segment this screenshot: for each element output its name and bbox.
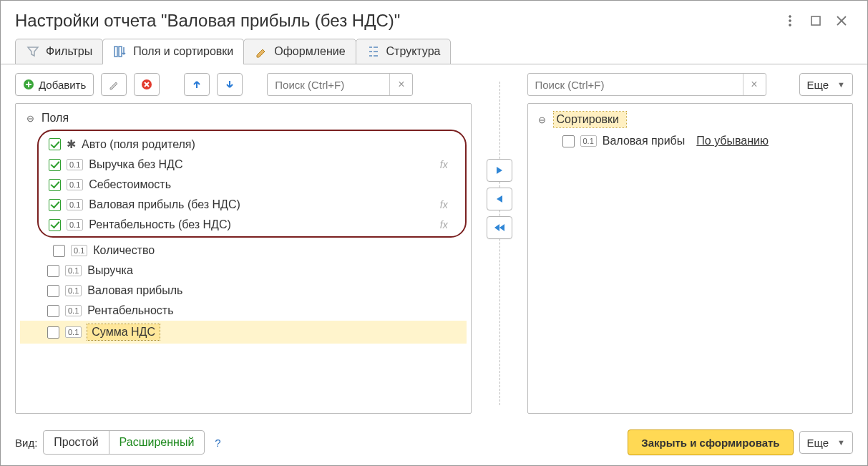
- sort-checkbox[interactable]: [562, 135, 575, 147]
- svg-point-0: [789, 16, 791, 18]
- arrow-left-icon: [493, 193, 506, 205]
- tab-label: Поля и сортировки: [133, 45, 233, 58]
- tab-filters[interactable]: Фильтры: [15, 39, 103, 64]
- view-mode-switch: Простой Расширенный: [43, 430, 205, 455]
- view-mode-simple[interactable]: Простой: [44, 431, 108, 454]
- field-label: Авто (поля родителя): [82, 138, 195, 151]
- footer-more-button[interactable]: Еще ▼: [799, 431, 853, 454]
- sort-root-label: Сортировки: [554, 112, 627, 127]
- right-search-clear[interactable]: ×: [743, 74, 766, 95]
- sort-row[interactable]: 0.1 Валовая прибы По убыванию: [532, 131, 849, 151]
- funnel-icon: [26, 44, 40, 59]
- field-row[interactable]: 0.1 Выручка без НДС fx: [44, 155, 459, 175]
- type-badge: 0.1: [65, 265, 82, 276]
- svg-rect-7: [119, 47, 122, 57]
- field-row[interactable]: 0.1 Рентабельность (без НДС) fx: [44, 215, 459, 235]
- field-row[interactable]: ✱ Авто (поля родителя): [44, 134, 459, 155]
- delete-icon: [141, 79, 152, 90]
- fields-tree: ⊖ Поля ✱ Авто (поля родителя) 0.1 Выручк…: [15, 103, 472, 414]
- field-checkbox[interactable]: [49, 159, 61, 171]
- view-mode-advanced[interactable]: Расширенный: [109, 431, 205, 454]
- type-badge: 0.1: [65, 285, 82, 296]
- move-up-button[interactable]: [184, 73, 210, 96]
- sort-root[interactable]: ⊖ Сортировки: [532, 108, 849, 131]
- move-left-button[interactable]: [487, 188, 512, 210]
- tab-label: Оформление: [274, 45, 345, 58]
- highlighted-group: ✱ Авто (поля родителя) 0.1 Выручка без Н…: [37, 130, 467, 238]
- window-title: Настройки отчета "Валовая прибыль (без Н…: [15, 11, 777, 31]
- type-badge: 0.1: [67, 219, 83, 230]
- help-icon[interactable]: ?: [215, 437, 220, 449]
- type-badge: 0.1: [67, 159, 83, 170]
- fx-icon[interactable]: fx: [440, 159, 455, 170]
- field-checkbox[interactable]: [49, 219, 61, 231]
- field-row[interactable]: 0.1 Валовая прибыль: [20, 281, 467, 301]
- right-more-button[interactable]: Еще ▼: [799, 73, 853, 96]
- move-down-button[interactable]: [217, 73, 243, 96]
- fields-root[interactable]: ⊖ Поля: [20, 108, 467, 128]
- fields-root-label: Поля: [42, 112, 69, 125]
- right-search: ×: [527, 73, 766, 96]
- window-maximize-icon[interactable]: [803, 9, 829, 32]
- field-label: Рентабельность: [87, 304, 173, 317]
- add-button-label: Добавить: [39, 79, 86, 91]
- fx-icon[interactable]: fx: [440, 219, 455, 230]
- field-checkbox[interactable]: [49, 179, 61, 191]
- window-more-icon[interactable]: [777, 9, 803, 32]
- field-checkbox[interactable]: [47, 285, 59, 297]
- left-search: ×: [267, 73, 413, 96]
- field-checkbox[interactable]: [49, 138, 61, 150]
- move-all-left-button[interactable]: [487, 216, 512, 239]
- field-row[interactable]: 0.1 Количество: [20, 241, 467, 261]
- field-row[interactable]: 0.1 Валовая прибыль (без НДС) fx: [44, 195, 459, 215]
- sort-direction-link[interactable]: По убыванию: [696, 135, 769, 147]
- delete-button[interactable]: [134, 73, 160, 96]
- field-row-selected[interactable]: 0.1 Сумма НДС: [20, 321, 467, 344]
- arrow-down-icon: [224, 79, 235, 90]
- svg-point-2: [789, 24, 791, 26]
- view-label: Вид:: [15, 437, 37, 449]
- tabstrip: Фильтры Поля и сортировки Оформление Стр…: [1, 38, 867, 64]
- field-checkbox[interactable]: [47, 305, 59, 317]
- tab-fields-and-sort[interactable]: Поля и сортировки: [102, 39, 244, 64]
- caret-down-icon: ▼: [837, 80, 845, 89]
- left-search-clear[interactable]: ×: [389, 74, 412, 95]
- field-row[interactable]: 0.1 Себестоимость: [44, 175, 459, 195]
- right-search-input[interactable]: [528, 74, 743, 95]
- double-arrow-left-icon: [492, 221, 507, 234]
- brush-icon: [254, 44, 268, 59]
- type-badge: 0.1: [65, 326, 82, 338]
- sort-field-label: Валовая прибы: [603, 135, 685, 147]
- left-search-input[interactable]: [268, 74, 389, 95]
- type-badge: 0.1: [580, 135, 597, 147]
- footer-more-label: Еще: [807, 437, 829, 449]
- field-checkbox[interactable]: [47, 265, 59, 277]
- field-label: Количество: [93, 244, 155, 257]
- svg-rect-3: [811, 16, 820, 25]
- tab-structure[interactable]: Структура: [356, 39, 452, 64]
- svg-rect-6: [114, 47, 117, 57]
- plus-icon: [23, 79, 34, 90]
- edit-button[interactable]: [101, 73, 127, 96]
- field-checkbox[interactable]: [49, 199, 61, 211]
- field-row[interactable]: 0.1 Выручка: [20, 261, 467, 281]
- field-label: Валовая прибыль (без НДС): [89, 198, 240, 211]
- field-label: Себестоимость: [89, 178, 171, 191]
- field-checkbox[interactable]: [47, 326, 59, 339]
- fx-icon[interactable]: fx: [440, 199, 455, 210]
- tab-formatting[interactable]: Оформление: [243, 39, 356, 64]
- clear-icon: ×: [751, 78, 757, 91]
- arrow-right-icon: [493, 164, 506, 177]
- clear-icon: ×: [398, 78, 404, 91]
- field-row[interactable]: 0.1 Рентабельность: [20, 301, 467, 321]
- window-close-icon[interactable]: [829, 9, 854, 32]
- collapse-icon[interactable]: ⊖: [537, 115, 548, 125]
- collapse-icon[interactable]: ⊖: [24, 113, 36, 124]
- field-checkbox[interactable]: [53, 245, 65, 257]
- tab-label: Фильтры: [46, 45, 92, 58]
- add-button[interactable]: Добавить: [15, 73, 94, 96]
- close-and-generate-button[interactable]: Закрыть и сформировать: [628, 429, 793, 455]
- transfer-column: [472, 73, 527, 414]
- move-right-button[interactable]: [487, 159, 512, 182]
- svg-point-1: [789, 20, 791, 22]
